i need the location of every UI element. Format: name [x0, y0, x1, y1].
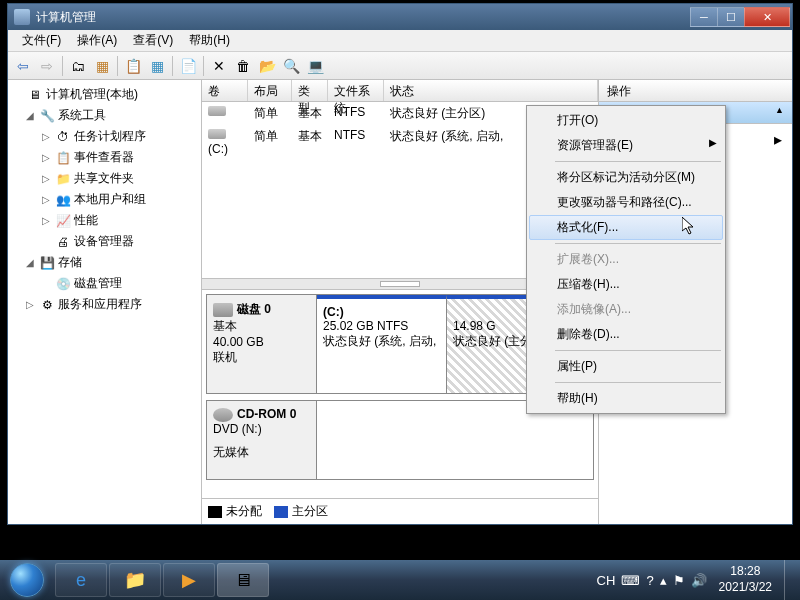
refresh-button[interactable]: ▦	[146, 55, 168, 77]
menu-file[interactable]: 文件(F)	[14, 32, 69, 49]
tree-system-tools[interactable]: ◢🔧系统工具	[8, 105, 201, 126]
legend: 未分配 主分区	[202, 498, 598, 524]
col-status[interactable]: 状态	[384, 80, 598, 101]
menubar: 文件(F) 操作(A) 查看(V) 帮助(H)	[8, 30, 792, 52]
ctx-format[interactable]: 格式化(F)...	[529, 215, 723, 240]
col-layout[interactable]: 布局	[248, 80, 292, 101]
flag-icon[interactable]: ⚑	[673, 573, 685, 588]
separator	[555, 243, 721, 244]
window-title: 计算机管理	[36, 9, 691, 26]
system-tray: CH ⌨ ? ▴ ⚑ 🔊 18:28 2021/3/22	[597, 560, 800, 600]
disk-0-info[interactable]: 磁盘 0 基本 40.00 GB 联机	[207, 295, 317, 393]
disk-icon	[213, 303, 233, 317]
navigation-tree[interactable]: 🖥计算机管理(本地) ◢🔧系统工具 ▷⏱任务计划程序 ▷📋事件查看器 ▷📁共享文…	[8, 80, 202, 524]
separator	[555, 350, 721, 351]
app-icon	[14, 9, 30, 25]
ctx-explorer[interactable]: 资源管理器(E)▶	[529, 133, 723, 158]
tree-storage[interactable]: ◢💾存储	[8, 252, 201, 273]
col-volume[interactable]: 卷	[202, 80, 248, 101]
volume-icon[interactable]: 🔊	[691, 573, 707, 588]
start-button[interactable]	[0, 560, 54, 600]
cdrom-icon	[213, 408, 233, 422]
ctx-help[interactable]: 帮助(H)	[529, 386, 723, 411]
show-hide-button[interactable]: ▦	[91, 55, 113, 77]
context-menu: 打开(O) 资源管理器(E)▶ 将分区标记为活动分区(M) 更改驱动器号和路径(…	[526, 105, 726, 414]
col-fs[interactable]: 文件系统	[328, 80, 384, 101]
volume-icon	[208, 129, 226, 139]
ctx-open[interactable]: 打开(O)	[529, 108, 723, 133]
actions-header[interactable]: 操作	[599, 80, 792, 102]
delete-icon[interactable]: ✕	[208, 55, 230, 77]
ctx-mirror[interactable]: 添加镜像(A)...	[529, 297, 723, 322]
show-desktop-button[interactable]	[784, 560, 796, 600]
tree-shared-folders[interactable]: ▷📁共享文件夹	[8, 168, 201, 189]
tree-local-users[interactable]: ▷👥本地用户和组	[8, 189, 201, 210]
ctx-delete[interactable]: 删除卷(D)...	[529, 322, 723, 347]
clock[interactable]: 18:28 2021/3/22	[713, 564, 778, 595]
taskbar: e 📁 ▶ 🖥 CH ⌨ ? ▴ ⚑ 🔊 18:28 2021/3/22	[0, 560, 800, 600]
minimize-button[interactable]: ─	[690, 7, 718, 27]
taskbar-explorer[interactable]: 📁	[109, 563, 161, 597]
keyboard-icon[interactable]: ⌨	[621, 573, 640, 588]
back-button[interactable]: ⇦	[12, 55, 34, 77]
ctx-mark-active[interactable]: 将分区标记为活动分区(M)	[529, 165, 723, 190]
chevron-right-icon: ▶	[709, 137, 717, 148]
tree-device-manager[interactable]: 🖨设备管理器	[8, 231, 201, 252]
tree-services-apps[interactable]: ▷⚙服务和应用程序	[8, 294, 201, 315]
volume-icon	[208, 106, 226, 116]
windows-orb-icon	[10, 563, 44, 597]
ctx-shrink[interactable]: 压缩卷(H)...	[529, 272, 723, 297]
col-type[interactable]: 类型	[292, 80, 328, 101]
titlebar[interactable]: 计算机管理 ─ ☐ ✕	[8, 4, 792, 30]
forward-button[interactable]: ⇨	[36, 55, 58, 77]
ctx-properties[interactable]: 属性(P)	[529, 354, 723, 379]
settings-icon[interactable]: 🗑	[232, 55, 254, 77]
tree-event-viewer[interactable]: ▷📋事件查看器	[8, 147, 201, 168]
legend-unallocated-swatch	[208, 506, 222, 518]
taskbar-media[interactable]: ▶	[163, 563, 215, 597]
volume-list-header: 卷 布局 类型 文件系统 状态	[202, 80, 598, 102]
ime-indicator[interactable]: CH	[597, 573, 616, 588]
help-tray-icon[interactable]: ?	[646, 573, 653, 588]
folder-icon[interactable]: 📂	[256, 55, 278, 77]
collapse-icon: ▲	[775, 105, 784, 120]
legend-primary-swatch	[274, 506, 288, 518]
close-button[interactable]: ✕	[744, 7, 790, 27]
tree-root[interactable]: 🖥计算机管理(本地)	[8, 84, 201, 105]
chevron-up-icon[interactable]: ▴	[660, 573, 667, 588]
tree-task-scheduler[interactable]: ▷⏱任务计划程序	[8, 126, 201, 147]
tree-performance[interactable]: ▷📈性能	[8, 210, 201, 231]
separator	[555, 382, 721, 383]
separator	[555, 161, 721, 162]
partition-c[interactable]: (C:) 25.02 GB NTFS 状态良好 (系统, 启动,	[317, 295, 447, 393]
taskbar-compmgmt[interactable]: 🖥	[217, 563, 269, 597]
toolbar: ⇦ ⇨ 🗂 ▦ 📋 ▦ 📄 ✕ 🗑 📂 🔍 💻	[8, 52, 792, 80]
tree-disk-management[interactable]: 💿磁盘管理	[8, 273, 201, 294]
taskbar-ie[interactable]: e	[55, 563, 107, 597]
maximize-button[interactable]: ☐	[717, 7, 745, 27]
properties-button[interactable]: 📋	[122, 55, 144, 77]
menu-action[interactable]: 操作(A)	[69, 32, 125, 49]
help-button[interactable]: 📄	[177, 55, 199, 77]
menu-help[interactable]: 帮助(H)	[181, 32, 238, 49]
ctx-change-letter[interactable]: 更改驱动器号和路径(C)...	[529, 190, 723, 215]
search-icon[interactable]: 🔍	[280, 55, 302, 77]
menu-view[interactable]: 查看(V)	[125, 32, 181, 49]
up-button[interactable]: 🗂	[67, 55, 89, 77]
cdrom-info[interactable]: CD-ROM 0 DVD (N:) 无媒体	[207, 401, 317, 479]
ctx-extend[interactable]: 扩展卷(X)...	[529, 247, 723, 272]
extra-icon[interactable]: 💻	[304, 55, 326, 77]
